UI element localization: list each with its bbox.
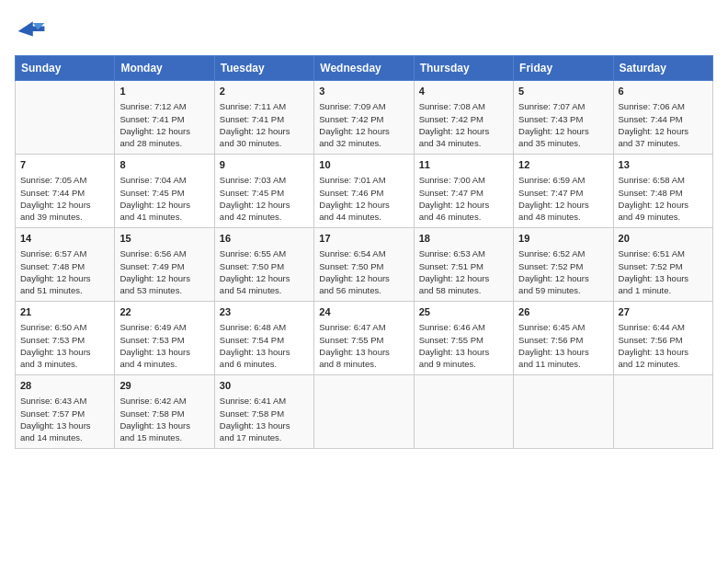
- calendar-cell: 21Sunrise: 6:50 AMSunset: 7:53 PMDayligh…: [16, 302, 115, 375]
- day-number: 26: [518, 305, 608, 319]
- calendar-cell: [613, 375, 712, 449]
- week-row-3: 14Sunrise: 6:57 AMSunset: 7:48 PMDayligh…: [16, 228, 713, 302]
- day-info: Sunrise: 6:49 AMSunset: 7:53 PMDaylight:…: [119, 321, 209, 370]
- day-number: 22: [119, 305, 209, 319]
- calendar-cell: 10Sunrise: 7:01 AMSunset: 7:46 PMDayligh…: [314, 155, 414, 228]
- calendar-cell: 19Sunrise: 6:52 AMSunset: 7:52 PMDayligh…: [514, 228, 613, 302]
- calendar-cell: 26Sunrise: 6:45 AMSunset: 7:56 PMDayligh…: [514, 302, 613, 375]
- day-number: 13: [619, 158, 708, 172]
- day-number: 5: [518, 85, 608, 98]
- day-info: Sunrise: 6:48 AMSunset: 7:54 PMDaylight:…: [220, 321, 309, 370]
- calendar-cell: 13Sunrise: 6:58 AMSunset: 7:48 PMDayligh…: [613, 155, 712, 228]
- day-number: 18: [419, 232, 508, 246]
- day-info: Sunrise: 6:42 AMSunset: 7:58 PMDaylight:…: [119, 395, 209, 443]
- calendar-cell: 15Sunrise: 6:56 AMSunset: 7:49 PMDayligh…: [115, 228, 214, 302]
- calendar-cell: 29Sunrise: 6:42 AMSunset: 7:58 PMDayligh…: [115, 375, 214, 449]
- day-info: Sunrise: 6:56 AMSunset: 7:49 PMDaylight:…: [119, 247, 209, 296]
- header-cell-thursday: Thursday: [414, 56, 513, 81]
- day-number: 14: [20, 232, 109, 246]
- header-cell-tuesday: Tuesday: [214, 56, 313, 81]
- day-number: 8: [119, 158, 209, 172]
- day-info: Sunrise: 7:05 AMSunset: 7:44 PMDaylight:…: [20, 174, 109, 223]
- day-info: Sunrise: 6:41 AMSunset: 7:58 PMDaylight:…: [220, 395, 309, 443]
- calendar-cell: [514, 375, 613, 449]
- day-info: Sunrise: 6:58 AMSunset: 7:48 PMDaylight:…: [619, 174, 708, 223]
- calendar-cell: 27Sunrise: 6:44 AMSunset: 7:56 PMDayligh…: [613, 302, 712, 375]
- day-number: 9: [220, 158, 309, 172]
- day-number: 17: [319, 232, 408, 246]
- calendar-cell: 3Sunrise: 7:09 AMSunset: 7:42 PMDaylight…: [314, 81, 414, 155]
- calendar-cell: 4Sunrise: 7:08 AMSunset: 7:42 PMDaylight…: [414, 81, 513, 155]
- week-row-4: 21Sunrise: 6:50 AMSunset: 7:53 PMDayligh…: [16, 302, 713, 375]
- header-row: SundayMondayTuesdayWednesdayThursdayFrid…: [16, 56, 713, 81]
- day-info: Sunrise: 6:59 AMSunset: 7:47 PMDaylight:…: [518, 174, 608, 223]
- calendar-cell: 20Sunrise: 6:51 AMSunset: 7:52 PMDayligh…: [613, 228, 712, 302]
- day-number: 2: [220, 85, 309, 98]
- day-number: 19: [518, 232, 608, 246]
- calendar-cell: 14Sunrise: 6:57 AMSunset: 7:48 PMDayligh…: [16, 228, 115, 302]
- calendar-cell: 6Sunrise: 7:06 AMSunset: 7:44 PMDaylight…: [613, 81, 712, 155]
- calendar-cell: 1Sunrise: 7:12 AMSunset: 7:41 PMDaylight…: [115, 81, 214, 155]
- day-number: 23: [220, 305, 309, 319]
- day-info: Sunrise: 6:51 AMSunset: 7:52 PMDaylight:…: [619, 247, 708, 296]
- calendar-cell: 22Sunrise: 6:49 AMSunset: 7:53 PMDayligh…: [115, 302, 214, 375]
- day-info: Sunrise: 6:43 AMSunset: 7:57 PMDaylight:…: [20, 395, 109, 443]
- header-cell-saturday: Saturday: [613, 56, 712, 81]
- day-info: Sunrise: 6:47 AMSunset: 7:55 PMDaylight:…: [319, 321, 408, 370]
- week-row-1: 1Sunrise: 7:12 AMSunset: 7:41 PMDaylight…: [16, 81, 713, 155]
- calendar-cell: 24Sunrise: 6:47 AMSunset: 7:55 PMDayligh…: [314, 302, 414, 375]
- day-number: 6: [619, 85, 708, 98]
- day-info: Sunrise: 7:06 AMSunset: 7:44 PMDaylight:…: [619, 100, 708, 149]
- day-info: Sunrise: 6:44 AMSunset: 7:56 PMDaylight:…: [619, 321, 708, 370]
- calendar-cell: 17Sunrise: 6:54 AMSunset: 7:50 PMDayligh…: [314, 228, 414, 302]
- day-number: 15: [119, 232, 209, 246]
- day-number: 16: [220, 232, 309, 246]
- header-cell-monday: Monday: [115, 56, 214, 81]
- day-number: 1: [119, 85, 209, 98]
- header-cell-sunday: Sunday: [16, 56, 115, 81]
- calendar-cell: 16Sunrise: 6:55 AMSunset: 7:50 PMDayligh…: [214, 228, 313, 302]
- logo-icon: [15, 15, 48, 48]
- day-number: 25: [419, 305, 508, 319]
- day-info: Sunrise: 6:53 AMSunset: 7:51 PMDaylight:…: [419, 247, 508, 296]
- day-number: 7: [20, 158, 109, 172]
- calendar-cell: 8Sunrise: 7:04 AMSunset: 7:45 PMDaylight…: [115, 155, 214, 228]
- day-info: Sunrise: 7:08 AMSunset: 7:42 PMDaylight:…: [419, 100, 508, 149]
- day-info: Sunrise: 7:12 AMSunset: 7:41 PMDaylight:…: [119, 100, 209, 149]
- calendar-cell: 28Sunrise: 6:43 AMSunset: 7:57 PMDayligh…: [16, 375, 115, 449]
- day-number: 28: [20, 379, 109, 393]
- calendar-cell: [16, 81, 115, 155]
- day-number: 30: [220, 379, 309, 393]
- week-row-2: 7Sunrise: 7:05 AMSunset: 7:44 PMDaylight…: [16, 155, 713, 228]
- calendar-cell: 9Sunrise: 7:03 AMSunset: 7:45 PMDaylight…: [214, 155, 313, 228]
- day-number: 20: [619, 232, 708, 246]
- day-info: Sunrise: 7:03 AMSunset: 7:45 PMDaylight:…: [220, 174, 309, 223]
- calendar-cell: [314, 375, 414, 449]
- calendar-cell: 12Sunrise: 6:59 AMSunset: 7:47 PMDayligh…: [514, 155, 613, 228]
- header-cell-friday: Friday: [514, 56, 613, 81]
- day-number: 29: [119, 379, 209, 393]
- day-info: Sunrise: 7:07 AMSunset: 7:43 PMDaylight:…: [518, 100, 608, 149]
- day-info: Sunrise: 7:01 AMSunset: 7:46 PMDaylight:…: [319, 174, 408, 223]
- logo: [15, 15, 51, 48]
- day-info: Sunrise: 6:45 AMSunset: 7:56 PMDaylight:…: [518, 321, 608, 370]
- calendar-cell: [414, 375, 513, 449]
- page-header: [15, 15, 713, 48]
- calendar-cell: 30Sunrise: 6:41 AMSunset: 7:58 PMDayligh…: [214, 375, 313, 449]
- calendar-cell: 2Sunrise: 7:11 AMSunset: 7:41 PMDaylight…: [214, 81, 313, 155]
- calendar-cell: 5Sunrise: 7:07 AMSunset: 7:43 PMDaylight…: [514, 81, 613, 155]
- day-info: Sunrise: 7:11 AMSunset: 7:41 PMDaylight:…: [220, 100, 309, 149]
- day-info: Sunrise: 7:00 AMSunset: 7:47 PMDaylight:…: [419, 174, 508, 223]
- day-info: Sunrise: 7:09 AMSunset: 7:42 PMDaylight:…: [319, 100, 408, 149]
- day-info: Sunrise: 6:46 AMSunset: 7:55 PMDaylight:…: [419, 321, 508, 370]
- day-info: Sunrise: 6:50 AMSunset: 7:53 PMDaylight:…: [20, 321, 109, 370]
- day-info: Sunrise: 6:57 AMSunset: 7:48 PMDaylight:…: [20, 247, 109, 296]
- day-info: Sunrise: 6:54 AMSunset: 7:50 PMDaylight:…: [319, 247, 408, 296]
- day-info: Sunrise: 6:55 AMSunset: 7:50 PMDaylight:…: [220, 247, 309, 296]
- calendar-cell: 23Sunrise: 6:48 AMSunset: 7:54 PMDayligh…: [214, 302, 313, 375]
- day-info: Sunrise: 6:52 AMSunset: 7:52 PMDaylight:…: [518, 247, 608, 296]
- calendar-cell: 18Sunrise: 6:53 AMSunset: 7:51 PMDayligh…: [414, 228, 513, 302]
- day-number: 21: [20, 305, 109, 319]
- day-number: 11: [419, 158, 508, 172]
- day-number: 3: [319, 85, 408, 98]
